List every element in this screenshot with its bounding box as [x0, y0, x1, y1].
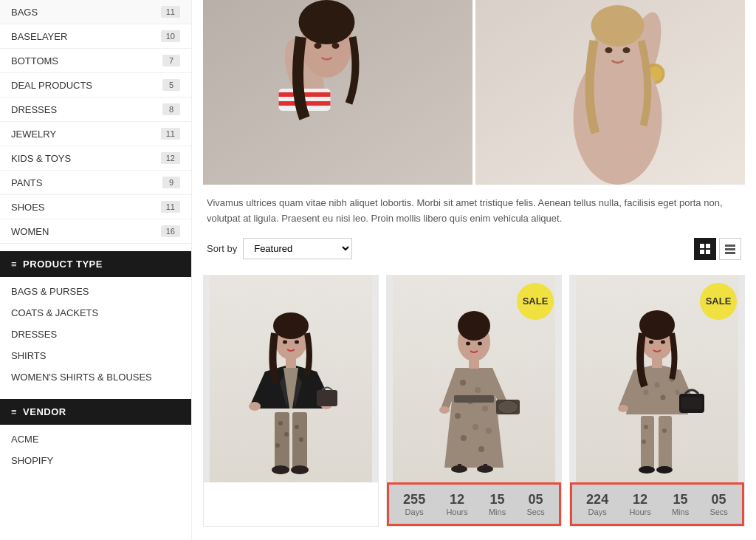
svg-rect-70: [659, 416, 672, 471]
svg-point-37: [249, 402, 261, 411]
menu-icon: ≡: [11, 259, 17, 270]
svg-rect-22: [700, 250, 704, 254]
svg-point-10: [332, 43, 340, 49]
sidebar-category-item[interactable]: JEWELRY11: [0, 122, 191, 146]
svg-point-36: [291, 465, 309, 474]
svg-rect-29: [292, 412, 307, 471]
sidebar-category-item[interactable]: WOMEN16: [0, 219, 191, 244]
sidebar: BAGS11BASELAYER10BOTTOMS7DEAL PRODUCTS5D…: [0, 0, 192, 540]
svg-rect-58: [458, 464, 461, 470]
svg-point-35: [272, 465, 289, 474]
category-list: BAGS11BASELAYER10BOTTOMS7DEAL PRODUCTS5D…: [0, 0, 191, 244]
svg-rect-23: [706, 250, 710, 254]
countdown-secs: 05 Secs: [709, 492, 727, 516]
category-count: 11: [161, 128, 180, 140]
grid-view-button[interactable]: [694, 238, 716, 260]
hero-model-right-svg: [475, 0, 745, 185]
product-type-item[interactable]: COATS & JACKETS: [0, 302, 191, 324]
countdown-days: 255 Days: [403, 492, 425, 516]
category-count: 7: [162, 55, 180, 66]
category-count: 11: [161, 6, 180, 18]
svg-point-66: [466, 341, 470, 345]
product-type-item[interactable]: SHIRTS: [0, 345, 191, 366]
product-card[interactable]: SALE: [569, 275, 745, 527]
countdown-days: 224 Days: [586, 492, 608, 516]
svg-point-44: [295, 340, 299, 344]
svg-rect-55: [454, 395, 494, 403]
hero-banner: [203, 0, 745, 185]
svg-point-19: [623, 47, 630, 53]
product-card[interactable]: [203, 275, 379, 527]
sort-label: Sort by: [207, 243, 237, 254]
svg-point-73: [642, 440, 646, 444]
svg-point-75: [656, 466, 673, 474]
svg-rect-59: [484, 464, 487, 470]
sidebar-category-item[interactable]: KIDS & TOYS12: [0, 146, 191, 171]
product-card[interactable]: SALE: [386, 275, 562, 527]
countdown-mins: 15 Mins: [489, 492, 506, 516]
product-type-header: ≡ PRODUCT TYPE: [0, 251, 191, 277]
category-count: 9: [162, 177, 180, 188]
svg-point-34: [299, 437, 303, 442]
category-label: KIDS & TOYS: [11, 153, 71, 164]
category-count: 8: [162, 103, 180, 115]
category-label: DEAL PRODUCTS: [11, 80, 92, 91]
category-label: PANTS: [11, 177, 42, 188]
product-type-item[interactable]: WOMEN'S SHIRTS & BLOUSES: [0, 366, 191, 388]
svg-point-8: [299, 0, 355, 44]
svg-point-30: [278, 421, 283, 425]
category-label: BAGS: [11, 7, 38, 18]
svg-point-49: [482, 406, 488, 411]
hero-model-left-svg: [203, 0, 472, 185]
hero-image-left: [203, 0, 472, 185]
svg-rect-24: [725, 245, 735, 247]
hero-image-right: [475, 0, 745, 185]
list-icon: [724, 243, 736, 255]
grid-icon: [699, 243, 711, 255]
countdown-secs: 05 Secs: [526, 492, 544, 516]
svg-point-32: [275, 443, 280, 448]
sidebar-category-item[interactable]: BOTTOMS7: [0, 49, 191, 73]
category-count: 10: [161, 30, 180, 42]
svg-point-51: [472, 424, 478, 430]
svg-rect-21: [706, 244, 710, 248]
sort-controls: Sort by FeaturedPrice: Low to HighPrice:…: [207, 238, 352, 259]
svg-point-50: [455, 413, 461, 419]
svg-point-46: [460, 380, 466, 386]
svg-point-31: [284, 432, 289, 437]
countdown-bar: 255 Days 12 Hours 15 Mins 05 Secs: [387, 482, 561, 526]
product-type-item[interactable]: BAGS & PURSES: [0, 281, 191, 302]
category-count: 5: [162, 79, 180, 91]
svg-point-60: [439, 406, 450, 414]
sidebar-category-item[interactable]: BAGS11: [0, 0, 191, 24]
countdown-mins: 15 Mins: [672, 492, 689, 516]
product-type-item[interactable]: DRESSES: [0, 324, 191, 345]
description-text: Vivamus ultrices quam vitae nibh aliquet…: [203, 196, 745, 227]
svg-point-52: [461, 435, 467, 441]
svg-point-65: [458, 311, 490, 341]
sidebar-category-item[interactable]: DEAL PRODUCTS5: [0, 73, 191, 98]
product-image: SALE: [387, 276, 561, 482]
sort-bar: Sort by FeaturedPrice: Low to HighPrice:…: [203, 238, 745, 260]
vendor-item[interactable]: ACME: [0, 428, 191, 450]
category-label: WOMEN: [11, 226, 49, 237]
product-grid: SALE: [203, 275, 745, 527]
sidebar-category-item[interactable]: DRESSES8: [0, 98, 191, 122]
category-label: BASELAYER: [11, 31, 67, 42]
svg-point-71: [644, 425, 648, 429]
product-image: SALE: [570, 276, 744, 482]
no-countdown: [204, 482, 378, 490]
svg-rect-28: [275, 412, 289, 471]
sidebar-category-item[interactable]: BASELAYER10: [0, 24, 191, 49]
svg-point-42: [273, 312, 309, 339]
vendor-item[interactable]: SHOPIFY: [0, 450, 191, 471]
sale-badge: SALE: [517, 283, 554, 320]
svg-rect-26: [725, 252, 735, 254]
menu-icon-2: ≡: [11, 406, 17, 417]
svg-point-53: [486, 428, 492, 434]
sort-select[interactable]: FeaturedPrice: Low to HighPrice: High to…: [243, 238, 352, 259]
svg-point-17: [591, 5, 645, 47]
sidebar-category-item[interactable]: PANTS9: [0, 171, 191, 195]
list-view-button[interactable]: [719, 238, 741, 260]
sidebar-category-item[interactable]: SHOES11: [0, 195, 191, 219]
